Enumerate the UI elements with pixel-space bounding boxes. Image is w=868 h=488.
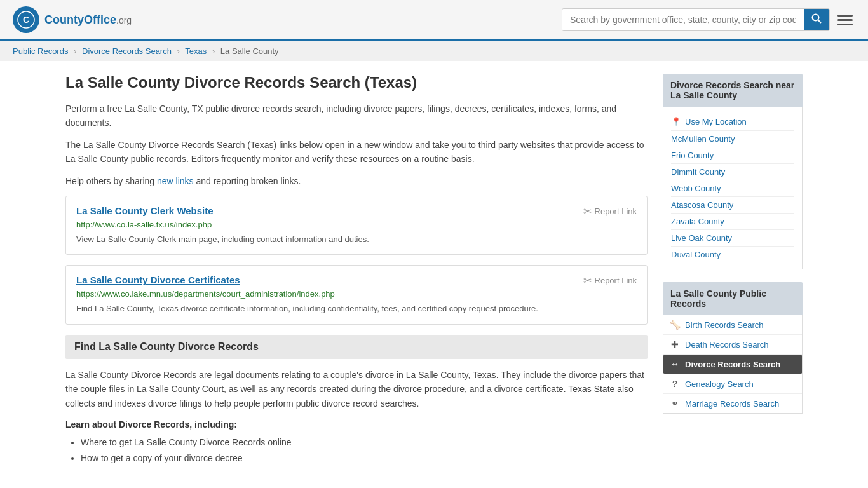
link-card-1-title[interactable]: La Salle County Clerk Website (76, 205, 214, 216)
marriage-records-link[interactable]: Marriage Records Search (685, 399, 779, 409)
death-icon: ✚ (670, 339, 680, 349)
sidebar-nearby-section: Divorce Records Search near La Salle Cou… (663, 74, 803, 269)
search-input[interactable] (562, 9, 804, 30)
location-pin-icon: 📍 (671, 117, 681, 126)
header: C CountyOffice.org (0, 0, 868, 41)
sidebar-rec-divorce[interactable]: ↔ Divorce Records Search (663, 355, 802, 374)
report-icon-1: ✂ (583, 205, 592, 217)
search-box (562, 8, 830, 31)
nearby-county-2: Dimmit County (671, 164, 794, 180)
use-location-item[interactable]: 📍 Use My Location (671, 113, 794, 131)
bullet-item-2: How to get a copy of your divorce decree (81, 451, 648, 466)
link-card-2: La Salle County Divorce Certificates ✂ R… (65, 265, 648, 325)
nearby-county-5: Zavala County (671, 214, 794, 230)
learn-title: Learn about Divorce Records, including: (65, 419, 648, 430)
breadcrumb-public-records[interactable]: Public Records (13, 46, 68, 56)
search-area (562, 8, 855, 31)
genealogy-link[interactable]: Genealogy Search (685, 379, 754, 389)
intro-paragraph-2: The La Salle County Divorce Records Sear… (65, 138, 648, 166)
breadcrumb-texas[interactable]: Texas (185, 46, 207, 56)
report-link-1[interactable]: ✂ Report Link (583, 205, 637, 217)
link-card-1-desc: View La Salle County Clerk main page, in… (76, 233, 637, 246)
nearby-county-6: Live Oak County (671, 230, 794, 247)
sidebar-nearby-header: Divorce Records Search near La Salle Cou… (663, 74, 803, 107)
svg-text:C: C (23, 15, 29, 25)
sidebar-public-records-body: 🦴 Birth Records Search ✚ Death Records S… (663, 315, 803, 414)
link-card-2-url: https://www.co.lake.mn.us/departments/co… (76, 289, 637, 299)
report-icon-2: ✂ (583, 274, 592, 287)
sidebar-rec-marriage[interactable]: ⚭ Marriage Records Search (663, 394, 802, 413)
intro-paragraph-3: Help others by sharing new links and rep… (65, 174, 648, 188)
sidebar-rec-death[interactable]: ✚ Death Records Search (663, 335, 802, 355)
find-section-title: Find La Salle County Divorce Records (74, 341, 639, 353)
intro-paragraph-1: Perform a free La Salle County, TX publi… (65, 102, 648, 130)
logo-icon: C (13, 6, 39, 33)
page-title: La Salle County Divorce Records Search (… (65, 74, 648, 92)
search-button[interactable] (804, 9, 829, 30)
birth-records-link[interactable]: Birth Records Search (685, 320, 764, 330)
content-area: La Salle County Divorce Records Search (… (65, 74, 648, 467)
nearby-county-0: McMullen County (671, 131, 794, 147)
sidebar-public-records-section: La Salle County Public Records 🦴 Birth R… (663, 282, 803, 414)
logo-text: CountyOffice.org (44, 13, 132, 27)
menu-button[interactable] (835, 12, 855, 28)
find-section-text: La Salle County Divorce Records are lega… (65, 368, 648, 410)
breadcrumb: Public Records › Divorce Records Search … (0, 41, 868, 61)
sidebar: Divorce Records Search near La Salle Cou… (663, 74, 803, 467)
sidebar-public-records-header: La Salle County Public Records (663, 282, 803, 315)
death-records-link[interactable]: Death Records Search (685, 340, 769, 349)
genealogy-icon: ? (670, 379, 680, 389)
bullet-item-1: Where to get La Salle County Divorce Rec… (81, 435, 648, 451)
svg-line-3 (818, 20, 822, 24)
bullet-list: Where to get La Salle County Divorce Rec… (65, 435, 648, 466)
nearby-county-3: Webb County (671, 180, 794, 197)
sidebar-rec-genealogy[interactable]: ? Genealogy Search (663, 374, 802, 394)
nearby-county-7: Duval County (671, 247, 794, 262)
sidebar-nearby-body: 📍 Use My Location McMullen County Frio C… (663, 107, 803, 269)
logo-area: C CountyOffice.org (13, 6, 132, 33)
breadcrumb-current: La Salle County (220, 46, 279, 56)
link-card-1-url: http://www.co.la-salle.tx.us/index.php (76, 220, 637, 229)
breadcrumb-divorce-records[interactable]: Divorce Records Search (82, 46, 172, 56)
report-link-2[interactable]: ✂ Report Link (583, 274, 637, 287)
link-card-2-desc: Find La Salle County, Texas divorce cert… (76, 302, 637, 315)
svg-point-2 (813, 15, 819, 21)
divorce-icon: ↔ (670, 359, 680, 369)
birth-icon: 🦴 (670, 320, 680, 330)
nearby-county-1: Frio County (671, 147, 794, 164)
sidebar-rec-birth[interactable]: 🦴 Birth Records Search (663, 315, 802, 335)
find-section-header: Find La Salle County Divorce Records (65, 335, 648, 359)
link-card-1: La Salle County Clerk Website ✂ Report L… (65, 196, 648, 255)
new-links-link[interactable]: new links (157, 176, 194, 186)
nearby-county-4: Atascosa County (671, 197, 794, 214)
divorce-records-link[interactable]: Divorce Records Search (685, 360, 780, 369)
marriage-icon: ⚭ (670, 398, 680, 409)
main-container: La Salle County Divorce Records Search (… (53, 61, 815, 480)
link-card-2-title[interactable]: La Salle County Divorce Certificates (76, 274, 240, 285)
